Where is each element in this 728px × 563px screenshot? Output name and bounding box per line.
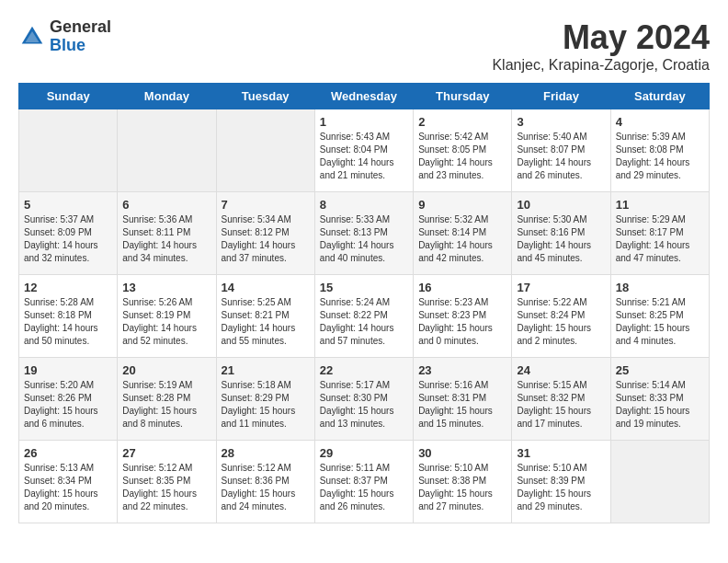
logo-blue: Blue <box>50 37 111 55</box>
day-info: Sunrise: 5:43 AMSunset: 8:04 PMDaylight:… <box>320 131 408 182</box>
day-cell <box>610 441 709 523</box>
day-cell: 6Sunrise: 5:36 AMSunset: 8:11 PMDaylight… <box>118 192 216 275</box>
day-info: Sunrise: 5:40 AMSunset: 8:07 PMDaylight:… <box>517 131 605 182</box>
day-info: Sunrise: 5:33 AMSunset: 8:13 PMDaylight:… <box>320 213 408 265</box>
day-number: 8 <box>320 198 408 212</box>
week-row-1: 1Sunrise: 5:43 AMSunset: 8:04 PMDaylight… <box>19 109 710 192</box>
day-cell: 18Sunrise: 5:21 AMSunset: 8:25 PMDayligh… <box>610 275 709 358</box>
day-info: Sunrise: 5:37 AMSunset: 8:09 PMDaylight:… <box>24 213 112 265</box>
logo-text: General Blue <box>50 18 111 55</box>
day-cell: 25Sunrise: 5:14 AMSunset: 8:33 PMDayligh… <box>610 358 709 441</box>
day-number: 11 <box>616 198 704 212</box>
day-cell: 24Sunrise: 5:15 AMSunset: 8:32 PMDayligh… <box>512 358 610 441</box>
day-info: Sunrise: 5:13 AMSunset: 8:34 PMDaylight:… <box>24 462 112 513</box>
day-info: Sunrise: 5:29 AMSunset: 8:17 PMDaylight:… <box>616 213 704 265</box>
day-number: 10 <box>517 198 605 212</box>
day-number: 30 <box>418 446 506 460</box>
day-cell: 3Sunrise: 5:40 AMSunset: 8:07 PMDaylight… <box>512 109 610 192</box>
day-info: Sunrise: 5:19 AMSunset: 8:28 PMDaylight:… <box>122 379 210 431</box>
day-number: 15 <box>320 281 408 294</box>
day-number: 24 <box>517 363 605 377</box>
day-number: 6 <box>122 198 210 212</box>
day-cell: 22Sunrise: 5:17 AMSunset: 8:30 PMDayligh… <box>314 358 413 441</box>
day-cell: 23Sunrise: 5:16 AMSunset: 8:31 PMDayligh… <box>414 358 512 441</box>
day-info: Sunrise: 5:36 AMSunset: 8:11 PMDaylight:… <box>122 213 210 265</box>
day-info: Sunrise: 5:23 AMSunset: 8:23 PMDaylight:… <box>418 296 506 348</box>
header-row: SundayMondayTuesdayWednesdayThursdayFrid… <box>19 84 710 109</box>
day-number: 19 <box>24 363 112 377</box>
day-info: Sunrise: 5:12 AMSunset: 8:35 PMDaylight:… <box>122 462 210 513</box>
day-number: 13 <box>122 281 210 294</box>
week-row-2: 5Sunrise: 5:37 AMSunset: 8:09 PMDaylight… <box>19 192 710 275</box>
day-number: 23 <box>418 363 506 377</box>
day-info: Sunrise: 5:16 AMSunset: 8:31 PMDaylight:… <box>418 379 506 431</box>
day-info: Sunrise: 5:11 AMSunset: 8:37 PMDaylight:… <box>320 462 408 513</box>
day-cell: 7Sunrise: 5:34 AMSunset: 8:12 PMDaylight… <box>216 192 314 275</box>
day-number: 7 <box>222 198 310 212</box>
day-cell: 30Sunrise: 5:10 AMSunset: 8:38 PMDayligh… <box>414 441 512 523</box>
day-cell: 15Sunrise: 5:24 AMSunset: 8:22 PMDayligh… <box>314 275 413 358</box>
day-cell: 14Sunrise: 5:25 AMSunset: 8:21 PMDayligh… <box>216 275 314 358</box>
logo-icon <box>18 23 46 51</box>
day-number: 2 <box>418 115 506 129</box>
calendar-table: SundayMondayTuesdayWednesdayThursdayFrid… <box>18 83 710 523</box>
week-row-5: 26Sunrise: 5:13 AMSunset: 8:34 PMDayligh… <box>19 441 710 523</box>
day-info: Sunrise: 5:30 AMSunset: 8:16 PMDaylight:… <box>517 213 605 265</box>
day-cell: 21Sunrise: 5:18 AMSunset: 8:29 PMDayligh… <box>216 358 314 441</box>
logo: General Blue <box>18 18 111 55</box>
day-info: Sunrise: 5:26 AMSunset: 8:19 PMDaylight:… <box>122 296 210 348</box>
day-cell: 20Sunrise: 5:19 AMSunset: 8:28 PMDayligh… <box>118 358 216 441</box>
day-number: 22 <box>320 363 408 377</box>
day-info: Sunrise: 5:39 AMSunset: 8:08 PMDaylight:… <box>616 131 704 182</box>
day-info: Sunrise: 5:17 AMSunset: 8:30 PMDaylight:… <box>320 379 408 431</box>
day-number: 29 <box>320 446 408 460</box>
day-number: 12 <box>24 281 112 294</box>
day-cell: 16Sunrise: 5:23 AMSunset: 8:23 PMDayligh… <box>414 275 512 358</box>
page-header: General Blue May 2024 Klanjec, Krapina-Z… <box>18 18 710 74</box>
day-number: 9 <box>418 198 506 212</box>
day-header-tuesday: Tuesday <box>216 84 314 109</box>
day-header-friday: Friday <box>512 84 610 109</box>
day-header-saturday: Saturday <box>610 84 709 109</box>
day-info: Sunrise: 5:15 AMSunset: 8:32 PMDaylight:… <box>517 379 605 431</box>
day-info: Sunrise: 5:25 AMSunset: 8:21 PMDaylight:… <box>222 296 310 348</box>
day-number: 17 <box>517 281 605 294</box>
week-row-4: 19Sunrise: 5:20 AMSunset: 8:26 PMDayligh… <box>19 358 710 441</box>
day-number: 14 <box>222 281 310 294</box>
day-info: Sunrise: 5:10 AMSunset: 8:39 PMDaylight:… <box>517 462 605 513</box>
day-cell <box>216 109 314 192</box>
day-number: 25 <box>616 363 704 377</box>
day-header-monday: Monday <box>118 84 216 109</box>
day-cell: 28Sunrise: 5:12 AMSunset: 8:36 PMDayligh… <box>216 441 314 523</box>
day-cell: 12Sunrise: 5:28 AMSunset: 8:18 PMDayligh… <box>19 275 118 358</box>
day-info: Sunrise: 5:28 AMSunset: 8:18 PMDaylight:… <box>24 296 112 348</box>
day-cell: 2Sunrise: 5:42 AMSunset: 8:05 PMDaylight… <box>414 109 512 192</box>
day-header-thursday: Thursday <box>414 84 512 109</box>
day-cell: 5Sunrise: 5:37 AMSunset: 8:09 PMDaylight… <box>19 192 118 275</box>
day-cell: 11Sunrise: 5:29 AMSunset: 8:17 PMDayligh… <box>610 192 709 275</box>
day-cell: 8Sunrise: 5:33 AMSunset: 8:13 PMDaylight… <box>314 192 413 275</box>
day-header-sunday: Sunday <box>19 84 118 109</box>
day-cell <box>118 109 216 192</box>
day-info: Sunrise: 5:12 AMSunset: 8:36 PMDaylight:… <box>222 462 310 513</box>
day-number: 5 <box>24 198 112 212</box>
day-number: 27 <box>122 446 210 460</box>
week-row-3: 12Sunrise: 5:28 AMSunset: 8:18 PMDayligh… <box>19 275 710 358</box>
day-info: Sunrise: 5:18 AMSunset: 8:29 PMDaylight:… <box>222 379 310 431</box>
day-number: 20 <box>122 363 210 377</box>
day-info: Sunrise: 5:42 AMSunset: 8:05 PMDaylight:… <box>418 131 506 182</box>
subtitle: Klanjec, Krapina-Zagorje, Croatia <box>492 57 710 74</box>
day-cell: 17Sunrise: 5:22 AMSunset: 8:24 PMDayligh… <box>512 275 610 358</box>
day-number: 28 <box>222 446 310 460</box>
day-info: Sunrise: 5:22 AMSunset: 8:24 PMDaylight:… <box>517 296 605 348</box>
day-info: Sunrise: 5:21 AMSunset: 8:25 PMDaylight:… <box>616 296 704 348</box>
day-info: Sunrise: 5:24 AMSunset: 8:22 PMDaylight:… <box>320 296 408 348</box>
day-number: 21 <box>222 363 310 377</box>
day-number: 1 <box>320 115 408 129</box>
day-cell: 19Sunrise: 5:20 AMSunset: 8:26 PMDayligh… <box>19 358 118 441</box>
day-cell: 13Sunrise: 5:26 AMSunset: 8:19 PMDayligh… <box>118 275 216 358</box>
title-block: May 2024 Klanjec, Krapina-Zagorje, Croat… <box>492 18 710 74</box>
day-number: 26 <box>24 446 112 460</box>
day-header-wednesday: Wednesday <box>314 84 413 109</box>
day-cell: 29Sunrise: 5:11 AMSunset: 8:37 PMDayligh… <box>314 441 413 523</box>
